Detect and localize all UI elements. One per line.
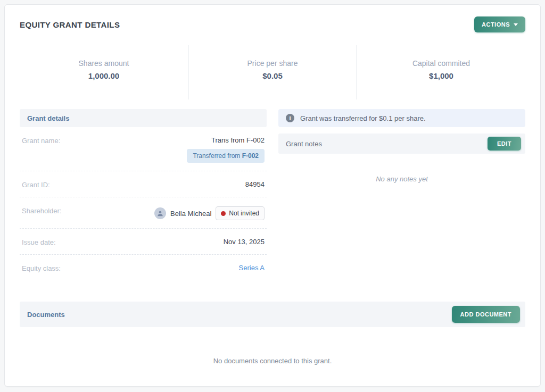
- stat-shares-amount: Shares amount 1,000.00: [20, 45, 188, 99]
- transferred-from-code: F-002: [242, 152, 259, 160]
- shareholder-label: Shareholder:: [22, 206, 61, 215]
- edit-notes-button[interactable]: EDIT: [488, 137, 521, 151]
- stat-label: Price per share: [188, 59, 357, 68]
- notes-empty-state: No any notes yet: [278, 175, 525, 183]
- chevron-down-icon: [514, 23, 518, 26]
- row-issue-date: Issue date: Nov 13, 2025: [20, 229, 267, 255]
- documents-header: Documents ADD DOCUMENT: [20, 302, 525, 327]
- stat-value: 1,000.00: [20, 71, 188, 80]
- page-title: EQUITY GRANT DETAILS: [20, 20, 120, 29]
- transferred-from-badge[interactable]: Transferred from F-002: [187, 149, 265, 163]
- not-invited-badge: Not invited: [216, 206, 265, 220]
- grant-details-column: Grant details Grant name: Trans from F-0…: [20, 109, 267, 280]
- stat-capital-commited: Capital commited $1,000: [357, 45, 525, 99]
- row-equity-class: Equity class: Series A: [20, 255, 267, 280]
- add-document-button[interactable]: ADD DOCUMENT: [452, 306, 520, 323]
- equity-class-link[interactable]: Series A: [239, 264, 265, 272]
- grant-details-header: Grant details: [20, 109, 267, 127]
- person-icon: [156, 210, 164, 217]
- row-grant-name: Grant name: Trans from F-002 Transferred…: [20, 127, 267, 171]
- stat-label: Capital commited: [357, 59, 525, 68]
- grant-notes-header: Grant notes EDIT: [278, 134, 525, 154]
- transfer-info-text: Grant was transferred for $0.1 per share…: [300, 114, 426, 122]
- status-text: Not invited: [229, 210, 259, 217]
- stat-price-per-share: Price per share $0.05: [188, 45, 357, 99]
- shareholder-value: Bella Micheal Not invited: [154, 206, 265, 220]
- card-header: EQUITY GRANT DETAILS ACTIONS: [20, 16, 525, 32]
- stat-value: $1,000: [357, 71, 525, 80]
- row-shareholder: Shareholder: Bella Micheal Not invited: [20, 197, 267, 229]
- shareholder-name[interactable]: Bella Micheal: [170, 210, 211, 218]
- grant-name-label: Grant name:: [22, 136, 60, 145]
- issue-date-value: Nov 13, 2025: [224, 238, 265, 246]
- info-icon: [286, 114, 294, 122]
- stat-label: Shares amount: [20, 59, 188, 68]
- documents-title: Documents: [27, 311, 65, 319]
- actions-button-label: ACTIONS: [482, 21, 510, 28]
- stats-row: Shares amount 1,000.00 Price per share $…: [20, 45, 525, 99]
- details-columns: Grant details Grant name: Trans from F-0…: [20, 109, 525, 280]
- actions-button[interactable]: ACTIONS: [474, 16, 525, 32]
- grant-notes-column: Grant was transferred for $0.1 per share…: [278, 109, 525, 280]
- documents-empty-state: No documents connected to this grant.: [20, 357, 525, 365]
- issue-date-label: Issue date:: [22, 238, 56, 246]
- grant-details-title: Grant details: [27, 114, 69, 122]
- grant-name-value: Trans from F-002: [211, 136, 265, 144]
- equity-grant-details-card: EQUITY GRANT DETAILS ACTIONS Shares amou…: [4, 4, 541, 387]
- row-grant-id: Grant ID: 84954: [20, 171, 267, 197]
- status-dot-icon: [221, 211, 226, 216]
- avatar: [154, 207, 166, 219]
- transfer-info-banner: Grant was transferred for $0.1 per share…: [278, 109, 525, 127]
- transferred-from-text: Transferred from: [193, 152, 242, 160]
- grant-name-value-stack: Trans from F-002 Transferred from F-002: [187, 136, 265, 163]
- grant-id-label: Grant ID:: [22, 180, 50, 189]
- grant-id-value: 84954: [245, 180, 265, 188]
- equity-class-label: Equity class:: [22, 264, 61, 272]
- grant-notes-title: Grant notes: [286, 140, 322, 148]
- stat-value: $0.05: [188, 71, 357, 80]
